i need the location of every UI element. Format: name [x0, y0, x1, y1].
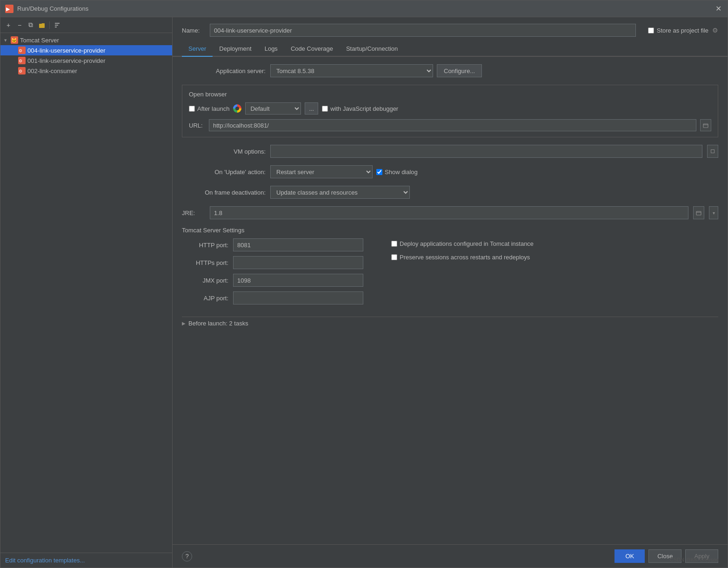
open-browser-title: Open browser: [189, 91, 711, 98]
deploy-apps-checkbox-label[interactable]: Deploy applications configured in Tomcat…: [391, 240, 718, 247]
jre-input[interactable]: [210, 206, 688, 219]
https-port-input[interactable]: [233, 256, 363, 269]
svg-text:▶: ▶: [6, 6, 10, 12]
store-label: Store as project file: [657, 27, 708, 34]
close-icon[interactable]: ✕: [715, 5, 723, 13]
app-server-select[interactable]: Tomcat 8.5.38: [270, 64, 433, 77]
sidebar-item-002[interactable]: ⚙ 002-link-consumer: [0, 66, 172, 76]
on-update-select[interactable]: Restart server: [270, 165, 373, 178]
gear-icon: ⚙: [712, 27, 718, 34]
jmx-port-label: JMX port:: [182, 277, 228, 284]
app-server-label: Application server:: [182, 68, 266, 74]
tomcat-settings-title: Tomcat Server Settings: [182, 227, 718, 234]
tree-toggle-icon: ▾: [4, 37, 11, 43]
vm-options-label: VM options:: [182, 148, 266, 155]
tree-item-label-002: 002-link-consumer: [27, 68, 77, 74]
browser-select[interactable]: Default: [245, 102, 301, 115]
before-launch-row[interactable]: ▶ Before launch: 2 tasks: [182, 317, 718, 330]
sidebar-item-004[interactable]: ⚙ 004-link-userservice-provider: [0, 45, 172, 55]
svg-text:⚙: ⚙: [19, 69, 22, 74]
configure-button[interactable]: Configure...: [437, 64, 482, 77]
jre-label: JRE:: [182, 210, 205, 216]
server-tab-content: Application server: Tomcat 8.5.38 Config…: [173, 57, 728, 544]
svg-text:⚙: ⚙: [19, 59, 22, 63]
before-launch-label: Before launch: 2 tasks: [188, 320, 248, 327]
js-debugger-checkbox[interactable]: [322, 106, 328, 112]
sort-config-button[interactable]: [52, 20, 62, 30]
edit-templates-link[interactable]: Edit configuration templates...: [5, 557, 85, 564]
after-launch-checkbox-label[interactable]: After launch: [189, 105, 229, 112]
url-input[interactable]: [209, 119, 696, 131]
url-label: URL:: [189, 122, 205, 129]
tree-group-label: Tomcat Server: [20, 37, 59, 44]
svg-rect-14: [703, 124, 708, 128]
name-input[interactable]: [210, 24, 636, 37]
preserve-sessions-checkbox-label[interactable]: Preserve sessions across restarts and re…: [391, 254, 718, 261]
http-port-label: HTTP port:: [182, 242, 228, 249]
sidebar-item-001[interactable]: ⚙ 001-link-userservice-provider: [0, 55, 172, 66]
vm-options-expand-button[interactable]: [707, 145, 718, 158]
name-label: Name:: [182, 27, 205, 34]
deploy-apps-checkbox[interactable]: [391, 241, 397, 247]
tree-item-label-004: 004-link-userservice-provider: [27, 47, 106, 54]
url-browse-button[interactable]: [700, 119, 711, 131]
ajp-port-label: AJP port:: [182, 295, 228, 302]
store-project-checkbox[interactable]: [648, 27, 654, 34]
ok-button[interactable]: OK: [614, 549, 645, 563]
jre-browse-button[interactable]: [693, 206, 704, 219]
tab-logs[interactable]: Logs: [258, 41, 284, 57]
js-debugger-checkbox-label[interactable]: with JavaScript debugger: [322, 105, 398, 112]
https-port-label: HTTPs port:: [182, 259, 228, 266]
tabs-bar: Server Deployment Logs Code Coverage Sta…: [173, 41, 728, 57]
show-dialog-checkbox[interactable]: [376, 169, 382, 175]
tab-server[interactable]: Server: [182, 41, 213, 57]
copy-config-button[interactable]: ⧉: [26, 20, 36, 30]
tab-startup-connection[interactable]: Startup/Connection: [340, 41, 404, 57]
jre-dropdown-button[interactable]: ▾: [709, 206, 718, 219]
ajp-port-input[interactable]: [233, 291, 363, 304]
on-update-label: On 'Update' action:: [182, 169, 266, 176]
on-frame-select[interactable]: Update classes and resources: [270, 186, 410, 199]
add-config-button[interactable]: +: [3, 20, 13, 30]
show-dialog-label: Show dialog: [385, 169, 418, 176]
browser-ellipsis-button[interactable]: ...: [305, 102, 318, 115]
svg-rect-15: [696, 211, 701, 215]
window-title: Run/Debug Configurations: [17, 5, 715, 12]
preserve-sessions-checkbox[interactable]: [391, 254, 397, 260]
help-button[interactable]: ?: [182, 551, 192, 561]
http-port-input[interactable]: [233, 238, 363, 251]
tab-code-coverage[interactable]: Code Coverage: [284, 41, 340, 57]
jmx-port-input[interactable]: [233, 274, 363, 287]
tree-item-label-001: 001-link-userservice-provider: [27, 57, 106, 64]
vm-options-input[interactable]: [270, 145, 702, 158]
js-debugger-label: with JavaScript debugger: [330, 105, 398, 112]
chrome-icon: [233, 104, 241, 113]
before-launch-triangle-icon: ▶: [182, 321, 186, 326]
preserve-sessions-label: Preserve sessions across restarts and re…: [400, 254, 530, 261]
watermark: CSDN @KK-Greyson: [670, 557, 719, 562]
tab-deployment[interactable]: Deployment: [213, 41, 258, 57]
after-launch-label: After launch: [197, 105, 229, 112]
show-dialog-checkbox-label[interactable]: Show dialog: [376, 169, 418, 176]
after-launch-checkbox[interactable]: [189, 106, 195, 112]
svg-text:🐱: 🐱: [11, 37, 17, 43]
svg-text:⚙: ⚙: [19, 48, 22, 53]
remove-config-button[interactable]: −: [14, 20, 25, 30]
folder-config-button[interactable]: [37, 20, 47, 30]
sidebar-item-tomcat-server[interactable]: ▾ 🐱 Tomcat Server: [0, 35, 172, 45]
deploy-apps-label: Deploy applications configured in Tomcat…: [400, 240, 534, 247]
on-frame-label: On frame deactivation:: [182, 189, 266, 196]
